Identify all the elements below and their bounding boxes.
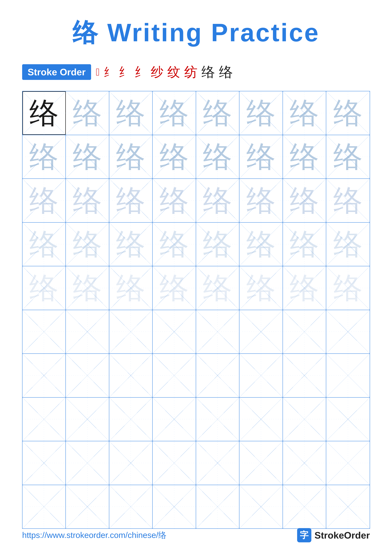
grid-cell[interactable] [22, 441, 66, 485]
grid-cell[interactable] [153, 310, 196, 354]
grid-cell[interactable]: 络 [66, 179, 109, 222]
grid-cell[interactable] [196, 354, 240, 397]
grid-cell[interactable] [283, 310, 326, 354]
grid-cell[interactable]: 络 [196, 223, 240, 266]
grid-cell[interactable]: 络 [283, 223, 326, 266]
practice-char: 络 [290, 98, 319, 128]
practice-char: 络 [290, 142, 319, 171]
grid-cell[interactable] [239, 398, 283, 441]
grid-cell[interactable]: 络 [153, 135, 196, 179]
grid-cell[interactable] [109, 398, 153, 441]
grid-cell[interactable] [153, 398, 196, 441]
grid-cell[interactable] [239, 441, 283, 485]
practice-char: 络 [116, 98, 145, 128]
grid-cell[interactable]: 络 [196, 135, 240, 179]
grid-row [22, 441, 370, 485]
footer-url[interactable]: https://www.strokeorder.com/chinese/络 [22, 530, 166, 541]
grid-cell[interactable] [326, 354, 370, 397]
grid-cell[interactable]: 络 [109, 135, 153, 179]
grid-cell[interactable]: 络 [66, 135, 109, 179]
grid-cell[interactable]: 络 [109, 179, 153, 222]
grid-cell[interactable] [109, 354, 153, 397]
grid-cell[interactable]: 络 [22, 135, 66, 179]
grid-cell[interactable]: 络 [66, 223, 109, 266]
practice-char: 络 [73, 273, 102, 303]
grid-cell[interactable]: 络 [22, 179, 66, 222]
grid-cell[interactable]: 络 [153, 266, 196, 310]
grid-cell[interactable] [326, 441, 370, 485]
grid-cell[interactable] [22, 398, 66, 441]
grid-cell[interactable]: 络 [66, 91, 109, 135]
practice-char: 络 [29, 142, 58, 171]
grid-cell[interactable]: 络 [109, 266, 153, 310]
grid-cell[interactable]: 络 [196, 266, 240, 310]
grid-cell[interactable]: 络 [283, 179, 326, 222]
grid-cell[interactable] [22, 354, 66, 397]
grid-cell[interactable]: 络 [22, 266, 66, 310]
grid-cell[interactable] [22, 310, 66, 354]
grid-cell[interactable]: 络 [109, 223, 153, 266]
practice-char: 络 [73, 186, 102, 215]
grid-cell[interactable] [326, 398, 370, 441]
grid-cell[interactable]: 络 [283, 266, 326, 310]
grid-cell[interactable] [153, 485, 196, 529]
grid-cell[interactable]: 络 [326, 266, 370, 310]
grid-cell[interactable]: 络 [239, 266, 283, 310]
grid-cell[interactable]: 络 [326, 179, 370, 222]
grid-cell[interactable] [326, 310, 370, 354]
practice-grid: 络 络 络 络 络 络 络 络 络 络 络 络 络 络 络 络 络 络 络 络 … [22, 91, 370, 529]
grid-cell[interactable]: 络 [239, 91, 283, 135]
grid-cell[interactable] [66, 441, 109, 485]
grid-cell[interactable] [283, 398, 326, 441]
stroke-3: 纟 [119, 64, 130, 80]
stroke-2: 纟 [104, 65, 115, 80]
grid-cell[interactable] [66, 310, 109, 354]
grid-cell[interactable] [196, 485, 240, 529]
grid-cell[interactable]: 络 [66, 266, 109, 310]
grid-row [22, 485, 370, 529]
grid-cell[interactable] [283, 441, 326, 485]
grid-cell[interactable]: 络 [283, 91, 326, 135]
grid-cell[interactable]: 络 [239, 135, 283, 179]
grid-cell[interactable]: 络 [326, 91, 370, 135]
practice-char: 络 [160, 273, 189, 303]
grid-cell[interactable]: 络 [239, 223, 283, 266]
grid-cell[interactable]: 络 [109, 91, 153, 135]
practice-char: 络 [160, 186, 189, 215]
grid-cell[interactable] [153, 354, 196, 397]
grid-cell[interactable]: 络 [22, 91, 66, 135]
grid-cell[interactable]: 络 [22, 223, 66, 266]
grid-cell[interactable]: 络 [283, 135, 326, 179]
grid-cell[interactable]: 络 [153, 91, 196, 135]
grid-cell[interactable]: 络 [153, 223, 196, 266]
grid-cell[interactable] [196, 398, 240, 441]
grid-cell[interactable] [239, 485, 283, 529]
grid-cell[interactable] [196, 310, 240, 354]
grid-cell[interactable] [283, 485, 326, 529]
grid-cell[interactable] [153, 441, 196, 485]
grid-cell[interactable] [66, 485, 109, 529]
grid-cell[interactable]: 络 [326, 135, 370, 179]
grid-cell[interactable]: 络 [196, 179, 240, 222]
grid-row [22, 310, 370, 354]
practice-char: 络 [333, 142, 363, 171]
grid-cell[interactable] [326, 485, 370, 529]
grid-cell[interactable] [22, 485, 66, 529]
grid-cell[interactable]: 络 [239, 179, 283, 222]
stroke-6: 纹 [167, 63, 180, 81]
grid-cell[interactable] [239, 310, 283, 354]
grid-cell[interactable]: 络 [196, 91, 240, 135]
grid-cell[interactable] [283, 354, 326, 397]
grid-cell[interactable] [109, 441, 153, 485]
grid-cell[interactable]: 络 [326, 223, 370, 266]
grid-cell[interactable] [109, 485, 153, 529]
grid-cell[interactable] [66, 354, 109, 397]
stroke-1: 𠃊 [96, 66, 100, 78]
grid-cell[interactable] [239, 354, 283, 397]
grid-cell[interactable]: 络 [153, 179, 196, 222]
grid-cell[interactable] [109, 310, 153, 354]
practice-char: 络 [203, 98, 232, 128]
practice-char: 络 [160, 142, 189, 171]
grid-cell[interactable] [196, 441, 240, 485]
grid-cell[interactable] [66, 398, 109, 441]
